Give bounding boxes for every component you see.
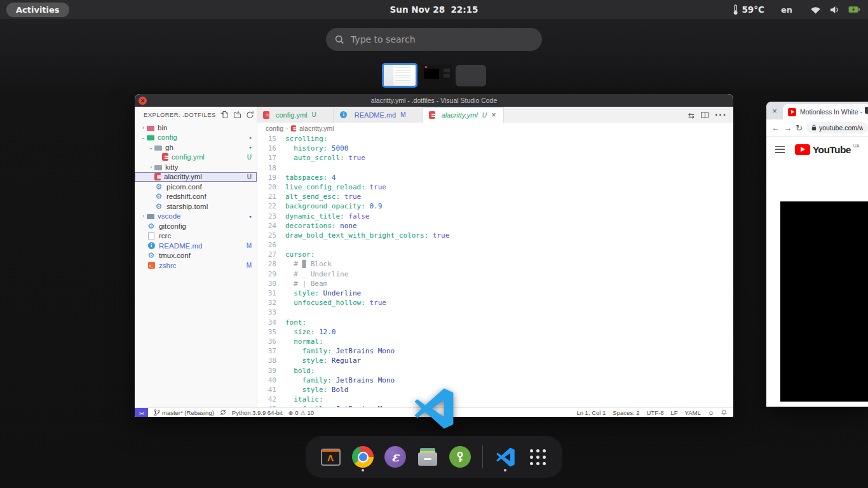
tab-label: README.md xyxy=(355,111,396,119)
git-status-badge: ● xyxy=(245,214,252,219)
line-number: 34 xyxy=(257,318,276,327)
dock-item-files[interactable] xyxy=(416,444,440,470)
close-window-button[interactable] xyxy=(139,97,147,105)
python-interpreter[interactable]: Python 3.9.9 64-bit xyxy=(232,409,283,416)
show-applications-button[interactable] xyxy=(526,444,550,470)
code-line: 19tabspaces: 4 xyxy=(257,173,733,182)
code-text: draw_bold_text_with_bright_colors: true xyxy=(285,231,449,240)
file-tree-item[interactable]: redshift.conf xyxy=(135,192,257,202)
editor-tab[interactable]: config.yml U xyxy=(257,107,334,123)
breadcrumb-folder[interactable]: config xyxy=(266,125,283,132)
code-line: 22background_opacity: 0.9 xyxy=(257,201,733,211)
open-changes-icon[interactable] xyxy=(688,109,695,121)
file-tree-item[interactable]: alacritty.yml U xyxy=(135,172,257,182)
code-line: 31 style: Underline xyxy=(257,288,733,298)
interpreter-label: Python 3.9.9 64-bit xyxy=(232,409,283,416)
chrome-window[interactable]: Motionless In White - ← → ↻ youtube.com/… xyxy=(766,102,868,407)
more-actions-icon[interactable] xyxy=(715,109,727,121)
cursor-position[interactable]: Ln 1, Col 1 xyxy=(576,409,606,416)
activities-button[interactable]: Activities xyxy=(6,3,69,17)
code-editor[interactable]: 15scrolling: 16 history: 5000 17 auto_sc… xyxy=(257,133,733,407)
feedback-icon[interactable] xyxy=(708,409,714,416)
file-tree-item[interactable]: › vscode ● xyxy=(135,212,257,222)
new-folder-icon[interactable] xyxy=(233,110,241,119)
file-tree-item[interactable]: config.yml U xyxy=(135,152,257,163)
file-type-icon xyxy=(154,193,163,201)
problems-status[interactable]: 0 10 xyxy=(288,409,315,416)
youtube-page: YouTube UA Motionless In White - Anot 21… xyxy=(766,137,868,407)
menu-hamburger-icon[interactable] xyxy=(775,146,785,153)
dock-item-passwords[interactable] xyxy=(448,444,472,470)
file-tree-item[interactable]: starship.toml xyxy=(135,201,257,212)
file-name: gh xyxy=(165,144,173,151)
video-player[interactable] xyxy=(780,201,868,402)
search-bar[interactable]: Type to search xyxy=(326,28,542,51)
partial-tab-icon xyxy=(865,107,868,114)
git-status-badge: M xyxy=(243,242,252,249)
file-tree-item[interactable]: ⌄ gh ● xyxy=(135,142,257,152)
vscode-window[interactable]: alacritty.yml - .dotfiles - Visual Studi… xyxy=(135,94,733,417)
workspace-thumbnail-empty[interactable] xyxy=(456,65,486,86)
workspace-thumbnail-browser[interactable] xyxy=(421,65,452,86)
file-tree-item[interactable]: › kitty xyxy=(135,162,257,172)
code-line: 34font: xyxy=(257,318,733,327)
file-tree-item[interactable]: › bin xyxy=(135,123,257,133)
code-text: style: Underline xyxy=(285,288,361,298)
code-line: 24decorations: none xyxy=(257,221,733,231)
file-tree-item[interactable]: README.md M xyxy=(135,241,257,251)
vscode-app-icon[interactable] xyxy=(413,388,455,430)
workspace-thumbnail-vscode[interactable] xyxy=(382,63,417,88)
dock-item-vscode[interactable] xyxy=(493,444,517,470)
file-tree-item[interactable]: rcrc xyxy=(135,231,257,241)
search-icon xyxy=(335,35,344,44)
git-branch-status[interactable]: master* (Rebasing) xyxy=(154,409,214,416)
file-tree-item[interactable]: zshrc M xyxy=(135,261,257,271)
clock[interactable]: Sun Nov 28 22:15 xyxy=(390,4,478,15)
file-tree-item[interactable]: picom.conf xyxy=(135,182,257,192)
new-file-icon[interactable] xyxy=(220,110,229,119)
explorer-sidebar: EXPLORER: .DOTFILES › xyxy=(135,107,257,407)
reload-icon[interactable]: ↻ xyxy=(796,124,803,132)
browser-tab[interactable]: Motionless In White - xyxy=(783,104,868,119)
editor-tab[interactable]: alacritty.yml U × xyxy=(423,107,504,123)
keyboard-layout[interactable]: en xyxy=(781,5,792,15)
branch-icon xyxy=(154,409,160,416)
refresh-icon[interactable] xyxy=(246,110,254,119)
code-text: scrolling: xyxy=(285,134,327,144)
file-name: zshrc xyxy=(159,262,176,269)
file-type-icon xyxy=(154,146,162,151)
errors-count: 0 xyxy=(295,409,298,416)
code-line: 16 history: 5000 xyxy=(257,144,733,153)
dock-item-alacritty[interactable] xyxy=(318,444,342,470)
encoding-setting[interactable]: UTF-8 xyxy=(647,409,664,416)
split-editor-icon[interactable] xyxy=(701,112,709,118)
notifications-bell-icon[interactable] xyxy=(721,409,727,416)
file-tree-item[interactable]: tmux.conf xyxy=(135,251,257,261)
expand-chevron-icon: ⌄ xyxy=(140,134,147,140)
search-placeholder: Type to search xyxy=(351,34,416,44)
close-tab-icon[interactable]: × xyxy=(490,111,498,119)
file-tree-item[interactable]: ⌄ config ● xyxy=(135,133,257,143)
close-tab-icon[interactable] xyxy=(766,102,783,119)
dock-item-emacs[interactable] xyxy=(383,444,407,470)
dock-item-chrome[interactable] xyxy=(351,444,375,470)
code-text: alt_send_esc: true xyxy=(285,192,361,201)
back-icon[interactable]: ← xyxy=(771,124,780,132)
editor-tab[interactable]: README.md M xyxy=(334,107,423,123)
sync-button[interactable] xyxy=(220,409,226,416)
code-line: 35 size: 12.0 xyxy=(257,327,733,337)
file-tree-item[interactable]: gitconfig xyxy=(135,221,257,231)
breadcrumb-file[interactable]: alacritty.yml xyxy=(299,125,334,132)
system-status-area[interactable]: 59°C en xyxy=(733,4,860,15)
code-line: 30 # | Beam xyxy=(257,279,733,288)
forward-icon[interactable]: → xyxy=(783,124,792,132)
git-status-badge: U xyxy=(482,112,487,119)
youtube-logo[interactable]: YouTube UA xyxy=(795,143,860,156)
address-bar[interactable]: youtube.com/wa xyxy=(806,122,868,133)
language-mode[interactable]: YAML xyxy=(685,409,701,416)
indentation-setting[interactable]: Spaces: 2 xyxy=(613,409,639,416)
eol-setting[interactable]: LF xyxy=(671,409,678,416)
breadcrumb[interactable]: config › alacritty.yml xyxy=(257,123,733,133)
vscode-titlebar[interactable]: alacritty.yml - .dotfiles - Visual Studi… xyxy=(135,94,733,107)
remote-indicator[interactable] xyxy=(135,408,148,417)
